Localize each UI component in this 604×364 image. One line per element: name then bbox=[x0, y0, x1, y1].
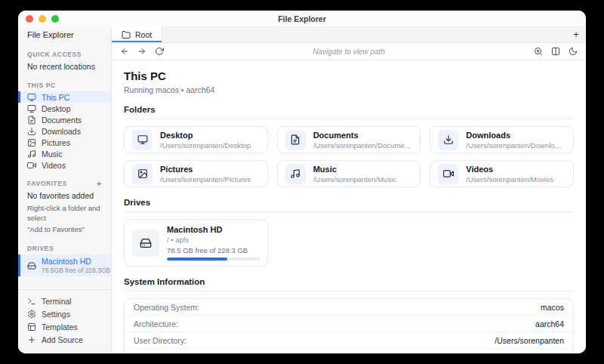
sidebar-item-pictures[interactable]: Pictures bbox=[18, 137, 111, 148]
sidebar-item-this-pc[interactable]: This PC bbox=[18, 91, 111, 103]
drives-section-title: DRIVES bbox=[18, 240, 111, 254]
folder-card-desktop[interactable]: Desktop /Users/sorenpanten/Desktop bbox=[124, 126, 268, 153]
file-explorer-window: File Explorer File Explorer QUICK ACCESS… bbox=[18, 11, 586, 353]
main-panel: Root + Navigate to view path This P bbox=[112, 26, 586, 353]
download-icon bbox=[438, 130, 458, 150]
drives-grid: Macintosh HD / • apfs 78.5 GB free of 22… bbox=[124, 219, 574, 267]
sidebar-item-label: Music bbox=[42, 150, 62, 159]
folder-path: /Users/sorenpanten/Downloads bbox=[466, 142, 565, 150]
tab-label: Root bbox=[135, 30, 152, 39]
folder-icon bbox=[122, 30, 131, 39]
sidebar-item-macintosh-hd[interactable]: Macintosh HD 78.5GB free of 228.3GB bbox=[18, 254, 111, 276]
sidebar-item-label: Add Source bbox=[42, 335, 83, 344]
tab-root[interactable]: Root bbox=[112, 26, 162, 42]
window-title: File Explorer bbox=[18, 14, 586, 23]
sidebar-item-music[interactable]: Music bbox=[18, 148, 111, 159]
folder-card-music[interactable]: Music /Users/sorenpanten/Music bbox=[277, 160, 421, 187]
drive-card-macintosh-hd[interactable]: Macintosh HD / • apfs 78.5 GB free of 22… bbox=[124, 219, 268, 267]
folder-path: /Users/sorenpanten/Pictures bbox=[160, 176, 251, 184]
folder-path: /Users/sorenpanten/Music bbox=[313, 176, 396, 184]
sidebar-item-desktop[interactable]: Desktop bbox=[18, 103, 111, 114]
sidebar-drive-label: Macintosh HD bbox=[42, 257, 102, 266]
sidebar-drive-detail: 78.5GB free of 228.3GB bbox=[42, 267, 102, 274]
sidebar-item-label: Desktop bbox=[42, 104, 71, 113]
sidebar-item-label: Documents bbox=[42, 116, 82, 125]
close-window-button[interactable] bbox=[26, 15, 33, 23]
sys-row-value: 0.1.0 bbox=[547, 353, 564, 353]
path-input[interactable]: Navigate to view path bbox=[164, 48, 534, 56]
image-icon bbox=[27, 138, 36, 147]
traffic-lights bbox=[26, 15, 59, 23]
table-row: Architecture: aarch64 bbox=[125, 316, 573, 332]
monitor-icon bbox=[132, 130, 153, 150]
drives-section-header: Drives bbox=[124, 198, 574, 212]
add-favorite-button[interactable]: + bbox=[97, 180, 102, 187]
minimize-window-button[interactable] bbox=[39, 15, 46, 23]
sys-row-label: User Directory: bbox=[134, 336, 186, 345]
video-icon bbox=[438, 164, 458, 184]
monitor-icon bbox=[27, 93, 36, 102]
sidebar-item-label: Settings bbox=[42, 310, 70, 319]
forward-button[interactable] bbox=[137, 47, 146, 56]
sidebar-item-templates[interactable]: Templates bbox=[18, 320, 111, 333]
folder-name: Documents bbox=[313, 131, 413, 140]
dark-mode-toggle-icon[interactable] bbox=[569, 47, 578, 56]
folder-card-documents[interactable]: Documents /Users/sorenpanten/Documents bbox=[277, 126, 421, 153]
folders-grid: Desktop /Users/sorenpanten/Desktop Docum… bbox=[124, 126, 574, 187]
table-row: User Directory: /Users/sorenpanten bbox=[125, 332, 573, 349]
sidebar-footer: Terminal Settings Templates Add Source bbox=[18, 289, 111, 353]
favorites-section-title: FAVORITES + bbox=[18, 175, 111, 190]
drive-name: Macintosh HD bbox=[167, 225, 260, 234]
sidebar-item-label: Terminal bbox=[42, 297, 72, 306]
hard-drive-icon bbox=[27, 261, 36, 270]
back-button[interactable] bbox=[120, 47, 129, 56]
music-icon bbox=[285, 164, 306, 184]
drive-usage-bar bbox=[167, 258, 260, 261]
page-subtitle: Running macos • aarch64 bbox=[124, 85, 574, 94]
music-icon bbox=[27, 150, 36, 159]
system-info-section-header: System Information bbox=[124, 277, 574, 292]
sys-row-label: Operating System: bbox=[134, 303, 199, 312]
sidebar-item-label: Downloads bbox=[42, 127, 81, 136]
split-view-icon[interactable] bbox=[551, 47, 560, 56]
titlebar: File Explorer bbox=[18, 11, 586, 26]
sys-row-value: /Users/sorenpanten bbox=[495, 336, 564, 345]
folder-path: /Users/sorenpanten/Movies bbox=[466, 176, 553, 184]
folder-card-videos[interactable]: Videos /Users/sorenpanten/Movies bbox=[430, 160, 574, 187]
sidebar: File Explorer QUICK ACCESS No recent loc… bbox=[18, 26, 112, 353]
favorites-hint-line1: Right-click a folder and select bbox=[18, 202, 111, 224]
sidebar-item-label: This PC bbox=[42, 93, 69, 102]
video-icon bbox=[27, 161, 36, 170]
quick-access-empty-text: No recent locations bbox=[18, 60, 111, 73]
folder-card-downloads[interactable]: Downloads /Users/sorenpanten/Downloads bbox=[430, 126, 574, 153]
sidebar-item-terminal[interactable]: Terminal bbox=[18, 295, 111, 307]
new-tab-button[interactable]: + bbox=[566, 26, 586, 42]
terminal-icon bbox=[27, 297, 36, 306]
this-pc-section-title: THIS PC bbox=[18, 77, 111, 91]
sidebar-item-downloads[interactable]: Downloads bbox=[18, 125, 111, 137]
sidebar-item-label: Pictures bbox=[42, 138, 70, 147]
folder-path: /Users/sorenpanten/Documents bbox=[313, 142, 413, 150]
sys-row-label: Version: bbox=[134, 353, 162, 353]
folder-name: Videos bbox=[466, 165, 553, 174]
sidebar-item-settings[interactable]: Settings bbox=[18, 307, 111, 320]
sidebar-item-label: Videos bbox=[42, 161, 66, 170]
favorites-empty-title: No favorites added bbox=[18, 190, 111, 202]
sidebar-item-label: Templates bbox=[42, 322, 78, 332]
zoom-in-icon[interactable] bbox=[534, 47, 543, 56]
sidebar-item-documents[interactable]: Documents bbox=[18, 114, 111, 125]
monitor-icon bbox=[27, 104, 36, 113]
document-icon bbox=[285, 130, 306, 150]
tab-bar: Root + bbox=[112, 26, 586, 43]
sidebar-item-videos[interactable]: Videos bbox=[18, 159, 111, 171]
zoom-window-button[interactable] bbox=[51, 15, 59, 23]
quick-access-section-title: QUICK ACCESS bbox=[18, 46, 111, 60]
folder-card-pictures[interactable]: Pictures /Users/sorenpanten/Pictures bbox=[124, 160, 268, 187]
app-title: File Explorer bbox=[18, 26, 111, 43]
navigation-toolbar: Navigate to view path bbox=[112, 43, 586, 60]
sidebar-item-add-source[interactable]: Add Source bbox=[18, 333, 111, 346]
drive-usage-fill bbox=[167, 258, 227, 261]
drive-usage-text: 78.5 GB free of 228.3 GB bbox=[167, 247, 260, 254]
document-icon bbox=[27, 116, 36, 125]
refresh-button[interactable] bbox=[155, 47, 164, 56]
